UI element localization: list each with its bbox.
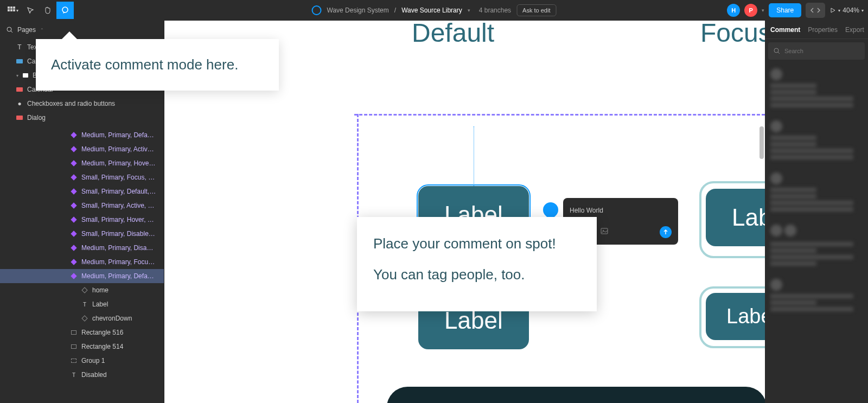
frame-icon — [16, 59, 23, 63]
frame-icon — [16, 116, 23, 120]
avatar-user-h[interactable]: H — [727, 4, 740, 17]
component-icon — [71, 188, 77, 195]
topbar-right: H P ▾ Share ▾ 404% ▾ — [727, 3, 864, 18]
move-tool-icon[interactable] — [22, 2, 39, 19]
chevron-up-icon: ⌃ — [40, 28, 44, 33]
component-icon — [71, 231, 77, 237]
layer-variant[interactable]: Medium, Primary, Default, Red (... — [0, 128, 164, 142]
layer-variant-selected[interactable]: Medium, Primary, Default, Regu... — [0, 269, 164, 283]
component-icon — [71, 132, 77, 138]
layer-variant[interactable]: Small, Primary, Hover, Regular — [0, 213, 164, 227]
component-icon — [71, 160, 77, 167]
search-input[interactable] — [784, 48, 859, 54]
instruction-tooltip: Place your comment on spot! You can tag … — [357, 217, 597, 311]
layer-variant[interactable]: Small, Primary, Focus, Regular — [0, 170, 164, 184]
comment-input[interactable]: Hello World — [570, 204, 672, 216]
layer-text-node[interactable]: TDisabled — [0, 368, 164, 382]
svg-line-12 — [778, 52, 780, 54]
breadcrumb-separator: / — [394, 7, 396, 14]
branches-count[interactable]: 4 branches — [479, 7, 511, 14]
group-icon — [71, 357, 77, 364]
right-panel: Comment Properties Export ◉ — [765, 21, 868, 403]
svg-point-11 — [774, 48, 778, 53]
text-icon: T — [16, 44, 23, 50]
tooltip-text: Activate comment mode here. — [51, 56, 238, 73]
svg-rect-4 — [10, 9, 12, 11]
layer-variant[interactable]: Medium, Primary, Active, Regular — [0, 142, 164, 156]
tab-comment[interactable]: Comment — [770, 26, 800, 34]
tab-properties[interactable]: Properties — [808, 26, 838, 34]
menu-icon[interactable]: ▾ — [4, 2, 22, 19]
instance-icon — [81, 287, 88, 293]
search-icon — [7, 27, 13, 33]
svg-rect-3 — [8, 9, 10, 11]
layer-variant[interactable]: Small, Primary, Active, Regular — [0, 199, 164, 213]
topbar: ▾ Wave Design System / Wave Source Libra… — [0, 0, 868, 21]
ask-to-edit-button[interactable]: Ask to edit — [516, 4, 556, 16]
layer-variant[interactable]: Small, Primary, Default, Regular — [0, 184, 164, 199]
hand-tool-icon[interactable] — [39, 2, 56, 19]
layer-item[interactable]: ●Checkboxes and radio buttons — [0, 97, 164, 111]
layer-item[interactable]: Dialog — [0, 111, 164, 125]
chevron-down-icon: ▾ — [16, 73, 18, 78]
variant-boundary-h — [354, 114, 765, 116]
tab-export[interactable]: Export — [845, 26, 864, 34]
zoom-controls[interactable]: ▾ 404% ▾ — [829, 7, 864, 14]
avatar-user-p[interactable]: P — [744, 4, 757, 17]
comment-thread[interactable] — [765, 115, 868, 167]
layer-rectangle[interactable]: Rectangle 514 — [0, 340, 164, 354]
layer-variant[interactable]: Medium, Primary, Hover, Regular — [0, 156, 164, 170]
search-icon — [774, 48, 780, 54]
dev-mode-icon[interactable] — [806, 3, 825, 18]
component-icon — [71, 273, 77, 279]
frame-icon — [16, 87, 23, 92]
comment-thread[interactable] — [765, 273, 868, 319]
component-icon — [71, 202, 77, 209]
component-icon — [71, 245, 77, 251]
frame-icon — [23, 73, 28, 78]
comment-thread[interactable] — [765, 63, 868, 115]
circle-icon: ● — [16, 100, 23, 107]
svg-line-8 — [11, 31, 12, 33]
chevron-down-icon[interactable]: ▾ — [762, 8, 764, 13]
layer-rectangle[interactable]: Rectangle 516 — [0, 325, 164, 340]
layer-instance[interactable]: home — [0, 283, 164, 297]
layer-text-node[interactable]: TLabel — [0, 297, 164, 311]
image-icon[interactable] — [601, 227, 608, 237]
right-panel-tabs: Comment Properties Export — [765, 21, 868, 39]
component-icon — [71, 146, 77, 152]
svg-rect-0 — [8, 7, 10, 9]
pages-header[interactable]: Pages ⌃ — [0, 21, 164, 39]
chevron-down-icon[interactable]: ▾ — [468, 8, 470, 13]
breadcrumb: Wave Design System / Wave Source Library… — [312, 4, 557, 16]
breadcrumb-file[interactable]: Wave Source Library — [401, 7, 462, 14]
comment-tool-icon[interactable] — [56, 2, 74, 19]
text-icon: T — [71, 372, 77, 378]
comment-thread[interactable] — [765, 219, 868, 273]
zoom-value: 404% — [843, 7, 859, 14]
topbar-left-tools: ▾ — [4, 2, 74, 19]
layer-variant[interactable]: Small, Primary, Disabled, Regular — [0, 227, 164, 241]
layer-variant[interactable]: Medium, Primary, Disabled, Reg... — [0, 241, 164, 255]
send-button[interactable] — [660, 226, 672, 238]
layer-variant[interactable]: Medium, Primary, Focus, Regular — [0, 255, 164, 269]
canvas-section-title: Focus — [700, 21, 765, 48]
instance-icon — [81, 315, 88, 322]
comment-search[interactable] — [768, 42, 865, 60]
layer-instance[interactable]: chevronDown — [0, 311, 164, 325]
button-component-focus[interactable]: Label — [706, 189, 765, 246]
breadcrumb-team[interactable]: Wave Design System — [327, 7, 389, 14]
component-icon — [71, 216, 77, 223]
pages-label: Pages — [17, 26, 36, 34]
tooltip-text: Place your comment on spot! — [373, 233, 580, 254]
canvas-dark-section — [387, 387, 765, 403]
team-logo-icon — [312, 5, 322, 15]
layer-group[interactable]: Group 1 — [0, 354, 164, 368]
rectangle-icon — [71, 329, 77, 336]
scrollbar-vertical[interactable] — [760, 126, 764, 159]
comment-thread[interactable] — [765, 167, 868, 219]
button-component-focus[interactable]: Label — [706, 293, 765, 340]
component-icon — [71, 174, 77, 181]
svg-point-7 — [7, 27, 11, 31]
share-button[interactable]: Share — [769, 3, 801, 17]
